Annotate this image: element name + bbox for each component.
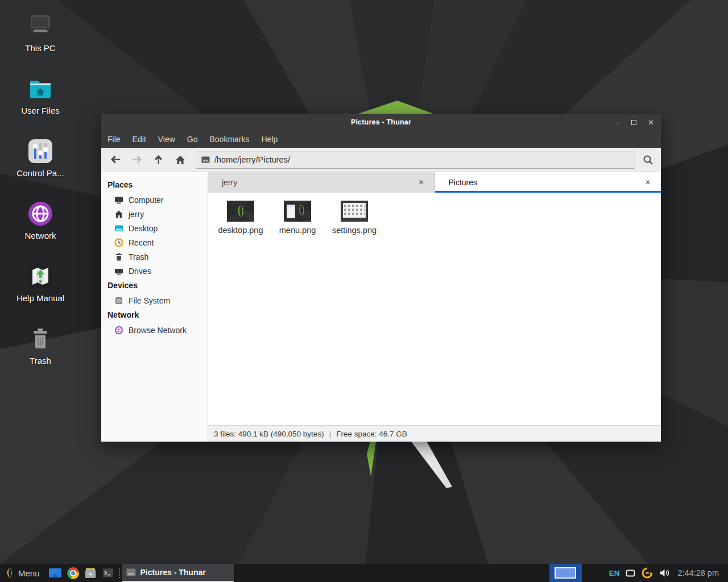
green-logo-glyph: [227, 201, 254, 222]
files-summary: 3 files: 490.1 kB (490,050 bytes): [214, 430, 324, 438]
pathbar[interactable]: /home/jerry/Pictures/: [196, 151, 635, 169]
desktop-icon-control-panel[interactable]: Control Pa...: [7, 138, 74, 178]
sidebar-header-places: Places: [101, 177, 208, 193]
sidebar-item-file-system[interactable]: File System: [101, 293, 208, 307]
sidebar-item-recent[interactable]: Recent: [101, 235, 208, 250]
close-icon[interactable]: ✕: [648, 119, 654, 126]
filesystem-icon: [114, 296, 123, 305]
sidebar-item-trash[interactable]: Trash: [101, 250, 208, 264]
desktop-icon-label: Network: [7, 231, 74, 240]
update-notifier-icon[interactable]: [642, 567, 653, 579]
file-desktop-png[interactable]: desktop.png: [212, 197, 269, 235]
green-logo-glyph: [296, 203, 307, 219]
desktop-icon-help-manual[interactable]: Help Manual: [7, 263, 74, 303]
menu-edit[interactable]: Edit: [133, 135, 146, 144]
tab-close-icon[interactable]: ✕: [416, 177, 426, 188]
menu-go[interactable]: Go: [187, 135, 198, 144]
sidebar-item-label: File System: [129, 296, 170, 305]
sidebar-item-desktop[interactable]: Desktop: [101, 221, 208, 235]
sidebar-item-label: Drives: [129, 267, 151, 276]
file-manager-launcher[interactable]: [47, 564, 64, 582]
menu-view[interactable]: View: [158, 135, 175, 144]
places-sidebar: Places Computer jerry Desktop: [101, 172, 208, 442]
desktop-icon-user-files[interactable]: User Files: [7, 75, 74, 115]
sidebar-item-label: Browse Network: [129, 326, 187, 335]
keyboard-layout-indicator[interactable]: EN: [609, 569, 620, 577]
file-settings-png[interactable]: settings.png: [326, 197, 383, 235]
picture-icon: [201, 156, 210, 163]
tab-close-icon[interactable]: ✕: [643, 177, 653, 188]
window-titlebar[interactable]: Pictures - Thunar – ✕: [101, 114, 661, 131]
applications-menu-button[interactable]: Menu: [0, 564, 47, 582]
file-menu-png[interactable]: menu.png: [269, 197, 326, 235]
picture-icon: [126, 568, 136, 576]
arrow-right-icon: [132, 155, 142, 164]
display-tray-icon[interactable]: [626, 569, 635, 577]
computer-icon: [114, 196, 123, 205]
file-view[interactable]: desktop.png menu.png: [208, 193, 661, 425]
desktop-icon-label: Help Manual: [7, 293, 74, 303]
menu-help[interactable]: Help: [262, 135, 278, 144]
path-text: /home/jerry/Pictures/: [214, 155, 290, 164]
window-title: Pictures - Thunar: [101, 114, 661, 131]
tab-pictures[interactable]: Pictures ✕: [435, 172, 661, 193]
tab-label: jerry: [222, 178, 416, 187]
desktop-icon-label: Trash: [7, 356, 74, 365]
menu-bookmarks[interactable]: Bookmarks: [209, 135, 249, 144]
sidebar-header-devices: Devices: [101, 278, 208, 293]
control-panel-icon: [27, 138, 54, 165]
forward-button[interactable]: [126, 150, 148, 169]
workspace-1[interactable]: [555, 567, 576, 579]
volume-icon[interactable]: [659, 568, 670, 577]
search-button[interactable]: [636, 150, 660, 169]
sidebar-item-browse-network[interactable]: Browse Network: [101, 323, 208, 337]
chrome-icon: [67, 567, 79, 579]
file-name: settings.png: [326, 226, 383, 235]
maximize-icon[interactable]: [631, 120, 636, 125]
menubar: File Edit View Go Bookmarks Help: [101, 131, 661, 148]
network-globe-icon: [27, 200, 54, 227]
clock[interactable]: 2:44:28 pm: [676, 568, 722, 577]
up-button[interactable]: [148, 150, 169, 169]
desktop-icon-network[interactable]: Network: [7, 200, 74, 240]
computer-icon: [27, 13, 54, 40]
sidebar-item-label: Recent: [129, 238, 154, 247]
sidebar-item-label: Trash: [129, 252, 148, 261]
trash-can-icon: [27, 325, 54, 352]
sidebar-item-label: Desktop: [129, 224, 158, 233]
menu-panel-glyph: [287, 205, 295, 218]
archive-manager-launcher[interactable]: [82, 564, 100, 582]
file-name: menu.png: [269, 226, 326, 235]
help-manual-icon: [27, 263, 54, 290]
back-button[interactable]: [105, 150, 126, 169]
toolbar: /home/jerry/Pictures/: [101, 148, 661, 172]
sidebar-item-jerry[interactable]: jerry: [101, 207, 208, 221]
system-tray: EN 2:44:28 pm: [609, 567, 728, 579]
tab-bar: jerry ✕ Pictures ✕: [208, 172, 661, 193]
desktop-icon-trash[interactable]: Trash: [7, 325, 74, 365]
sidebar-item-drives[interactable]: Drives: [101, 264, 208, 278]
statusbar-separator: |: [329, 430, 332, 438]
distro-menu-icon: [5, 567, 13, 579]
sidebar-item-computer[interactable]: Computer: [101, 193, 208, 207]
taskbar: Menu Pictures - Thunar: [0, 564, 728, 582]
free-space: Free space: 46.7 GB: [336, 430, 407, 438]
file-pane: jerry ✕ Pictures ✕ desktop.png: [208, 172, 661, 442]
menu-file[interactable]: File: [107, 135, 121, 144]
thunar-window: Pictures - Thunar – ✕ File Edit View Go …: [101, 114, 661, 442]
tasklist-handle[interactable]: [119, 568, 120, 578]
archive-cabinet-icon: [84, 568, 97, 579]
file-manager-icon: [48, 568, 62, 578]
tab-jerry[interactable]: jerry ✕: [208, 172, 435, 193]
home-button[interactable]: [169, 150, 191, 169]
minimize-icon[interactable]: –: [616, 119, 620, 126]
desktop-icon-label: This PC: [7, 43, 74, 53]
terminal-launcher[interactable]: [100, 564, 117, 582]
desktop-icon-this-pc[interactable]: This PC: [7, 13, 74, 53]
desktop-icon: [114, 224, 123, 233]
taskbar-task-pictures-thunar[interactable]: Pictures - Thunar: [122, 564, 234, 582]
home-icon: [114, 210, 123, 219]
workspace-switcher[interactable]: [549, 564, 582, 582]
chrome-launcher[interactable]: [64, 564, 82, 582]
task-title: Pictures - Thunar: [140, 568, 206, 577]
